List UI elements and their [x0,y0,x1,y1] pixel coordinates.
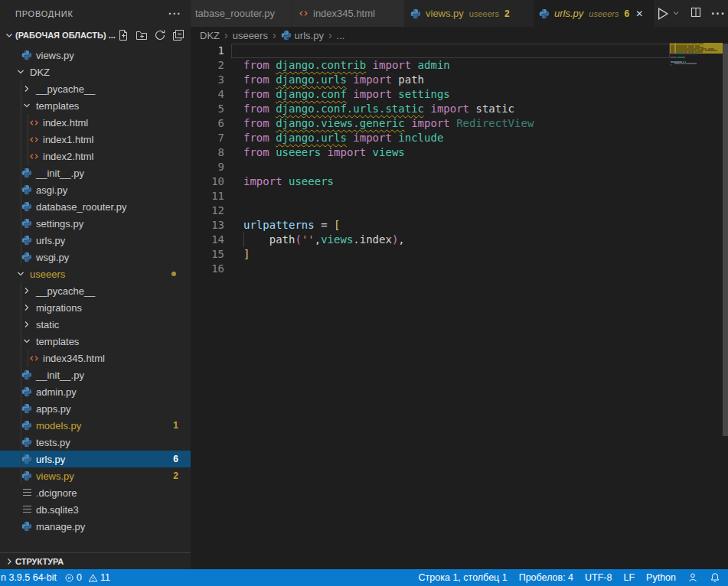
code-line-5[interactable]: from django.conf.urls.static import stat… [243,102,514,116]
explorer-more-actions-icon[interactable]: ··· [168,10,181,18]
workspace-section-label: (РАБОЧАЯ ОБЛАСТЬ) ... [15,31,116,40]
code-line-13[interactable]: urlpatterns = [ [243,218,340,233]
tree-item-static[interactable]: static [0,316,191,333]
tree-item-models.py[interactable]: models.py1 [0,417,191,434]
chevron-down-icon [15,66,27,78]
tree-item-views.py[interactable]: views.py2 [0,467,191,484]
tree-item-manage.py[interactable]: manage.py [0,518,191,535]
editor-scrollbar[interactable] [723,44,728,436]
current-line-highlight [231,44,670,58]
feedback-icon[interactable] [687,572,698,583]
tree-item-.dcignore[interactable]: .dcignore [0,484,191,501]
problems-status[interactable]: 0 11 [64,572,110,583]
breadcrumb-item-DKZ[interactable]: DKZ [200,30,220,41]
code-token: import [347,88,398,100]
status-item[interactable]: LF [623,572,635,583]
code-line-4[interactable]: from django.conf import settings [243,87,450,102]
tree-item-label: database_roouter.py [36,201,127,213]
run-dropdown-chevron-icon[interactable] [671,7,681,21]
status-item[interactable]: Python [646,572,676,583]
code-token: from [243,88,276,100]
status-item[interactable]: Пробелов: 4 [519,572,573,583]
tab-views.py[interactable]: views.pyuseeers2 [405,0,534,27]
chevron-right-icon [21,285,33,297]
tree-item-urls.py[interactable]: urls.py6 [0,451,191,467]
tree-item-__pycache__[interactable]: __pycache__ [0,80,191,97]
tree-item-label: index2.html [43,151,93,162]
tree-item-label: asgi.py [36,184,67,196]
chevron-right-icon [21,301,33,314]
close-icon[interactable]: ✕ [635,8,643,19]
python-icon [21,167,33,179]
minimap-line [676,53,683,54]
code-editor[interactable]: 12from django.contrib import admin3from … [191,44,728,569]
explorer-header: ПРОВОДНИК ··· [0,0,191,27]
status-item[interactable]: UTF-8 [585,572,612,583]
code-line-15[interactable]: ] [243,247,250,262]
problem-count-badge: 6 [173,454,178,464]
tree-item-useeers[interactable]: useeers [0,265,191,282]
collapse-all-icon[interactable] [172,29,184,41]
tree-item-tests.py[interactable]: tests.py [0,434,191,451]
workspace-section-header[interactable]: (РАБОЧАЯ ОБЛАСТЬ) ... [0,27,191,44]
new-folder-icon[interactable] [135,29,148,41]
tab-index345.html[interactable]: index345.html [292,0,405,27]
code-line-8[interactable]: from useeers import views [243,145,405,160]
vscode-window: ПРОВОДНИК ··· (РАБОЧАЯ ОБЛАСТЬ) ... view… [0,0,728,586]
tree-item-migrations[interactable]: migrations [0,299,191,316]
tree-item-views.py[interactable]: views.py [0,47,191,63]
code-line-3[interactable]: from django.urls import path [243,73,424,87]
python-icon [21,470,33,482]
html-icon [297,8,309,20]
tab-label: index345.html [313,8,375,19]
tab-problem-badge: 2 [504,8,510,19]
tree-item-templates[interactable]: templates [0,97,191,114]
chevron-down-icon [3,29,15,41]
python-version-status[interactable]: n 3.9.5 64-bit [1,572,57,583]
breadcrumb-item-...[interactable]: ... [337,30,345,41]
tree-item-db.sqlite3[interactable]: db.sqlite3 [0,501,191,518]
tab-urls.py[interactable]: urls.pyuseeers6✕ [534,0,655,27]
outline-section-header[interactable]: СТРУКТУРА [0,552,191,569]
tree-item-index1.html[interactable]: index1.html [0,131,191,148]
tree-item-index345.html[interactable]: index345.html [0,350,191,366]
tab-description: useeers [469,9,499,18]
bell-icon[interactable] [710,572,720,583]
tree-item-asgi.py[interactable]: asgi.py [0,181,191,198]
new-file-icon[interactable] [117,29,129,41]
run-button[interactable] [655,6,670,21]
breadcrumb-item-urls.py[interactable]: urls.py [281,30,324,41]
python-icon [21,419,33,431]
python-icon [21,217,33,230]
code-line-14[interactable]: path('',views.index), [243,233,405,247]
editor-more-actions-icon[interactable]: ··· [711,7,726,21]
python-icon [21,436,33,448]
tab-tabase_roouter.py[interactable]: tabase_roouter.py [191,0,292,27]
explorer-sidebar: ПРОВОДНИК ··· (РАБОЧАЯ ОБЛАСТЬ) ... view… [0,0,191,569]
status-item[interactable]: Строка 1, столбец 1 [419,572,508,583]
breadcrumb-item-useeers[interactable]: useeers [233,30,268,41]
tree-item-urls.py[interactable]: urls.py [0,232,191,249]
python-icon [21,49,33,61]
tree-item-database_roouter.py[interactable]: database_roouter.py [0,198,191,215]
refresh-icon[interactable] [154,29,166,41]
code-line-6[interactable]: from django.views.generic import Redirec… [243,116,534,131]
tree-item-label: views.py [36,50,74,61]
tree-item-settings.py[interactable]: settings.py [0,215,191,232]
code-token: path [398,73,424,86]
tree-item-__init__.py[interactable]: __init__.py [0,366,191,383]
code-line-10[interactable]: import useeers [243,174,334,189]
tree-item-__pycache__[interactable]: __pycache__ [0,282,191,299]
split-editor-icon[interactable] [690,6,702,21]
tree-item-admin.py[interactable]: admin.py [0,383,191,400]
tree-item-index2.html[interactable]: index2.html [0,148,191,164]
tree-item-DKZ[interactable]: DKZ [0,63,191,80]
code-token: from [243,73,276,86]
tree-item-apps.py[interactable]: apps.py [0,400,191,417]
tree-item-index.html[interactable]: index.html [0,114,191,131]
code-line-2[interactable]: from django.contrib import admin [243,58,450,73]
tree-item-templates[interactable]: templates [0,333,191,350]
tree-item-wsgi.py[interactable]: wsgi.py [0,249,191,265]
tree-item-__init__.py[interactable]: __init__.py [0,164,191,181]
code-line-7[interactable]: from django.urls import include [243,131,443,145]
